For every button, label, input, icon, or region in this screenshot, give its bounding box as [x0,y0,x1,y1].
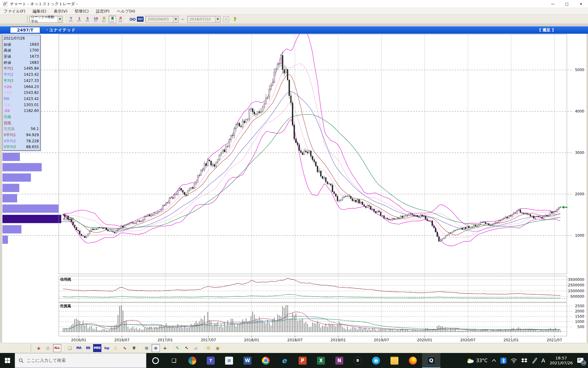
taskbar-app-chrome[interactable] [257,353,275,368]
close-button[interactable]: ✕ [574,0,588,8]
pencil-icon[interactable]: ✎ [173,344,182,352]
zoom-area-icon[interactable]: ⊕ [152,344,160,352]
date-from-input[interactable]: 2002/06/03 ▼ [145,16,179,23]
info-row: V平均388.655 [4,144,39,150]
ma-button[interactable]: MA [75,344,83,352]
menu-file[interactable]: ファイル(F) [0,8,29,14]
wifi-icon[interactable] [509,353,519,368]
all-button[interactable]: ALL [53,344,61,352]
task-view-icon: ❏ [170,357,178,365]
period-button-5[interactable]: 5 [84,16,91,23]
bluetooth-icon[interactable] [498,353,509,368]
period-button-T[interactable]: T [67,16,75,23]
zoom-icon[interactable]: ⊙ [142,344,151,352]
gears-icon[interactable]: ⚙ [204,344,213,352]
toolbar-grip[interactable] [27,16,28,22]
taskbar-app-onenote[interactable]: N [330,353,349,368]
info-row: 平均31427.33 [4,78,39,84]
period-button-月[interactable]: 月 [117,16,124,23]
taskbar-app-photos[interactable] [183,353,202,368]
app-icon [3,2,8,6]
system-tray: 33°C A 18:57 2021/07/26 [464,353,588,368]
mre-button[interactable]: MRE [93,344,101,352]
desktop: チャート - ネットストックトレーダ - — □ ✕ ファイル(F) 編集(E)… [0,0,588,368]
dropbox-icon[interactable] [519,353,530,368]
period-button-日[interactable]: 日 [100,16,108,23]
taskbar-app-teams[interactable]: T [202,353,220,368]
info-row: 終値1683 [4,60,39,66]
period-button-10[interactable]: 10 [92,16,100,23]
info-row: 始値1693 [4,42,39,48]
taskbar-app-powerpoint[interactable]: P [293,353,312,368]
netstock-trader-icon: Q [427,357,435,365]
word-icon: W [243,357,251,365]
taskbar-app-task-view[interactable]: ❏ [165,353,183,368]
taskbar-app-excel[interactable]: X [312,353,330,368]
onenote-icon: N [335,357,343,365]
volume-panel-label: 売買高 [60,304,71,309]
eraser-icon[interactable]: ▱ [192,344,200,352]
yen-icon[interactable]: ¥ [130,344,138,352]
taskbar-search-input[interactable]: ここに入力して検索 [15,353,146,368]
expand-range-icon[interactable]: ◈ [35,344,43,352]
taskbar-clock[interactable]: 18:57 2021/07/26 [547,356,575,366]
cursor-icon[interactable]: ↖ [183,344,191,352]
tray-chevron-icon[interactable] [490,353,498,368]
chevron-down-icon[interactable]: ▼ [215,16,220,22]
minimize-button[interactable]: — [546,0,560,8]
notification-center-icon[interactable]: 10 [575,353,588,368]
compare-icon[interactable] [129,16,136,23]
search-icon [19,358,24,363]
ime-indicator[interactable]: A [539,353,547,368]
crosshair-icon[interactable]: + [161,344,169,352]
taskbar-app-edge[interactable]: e [367,353,385,368]
date-to-input[interactable]: 2018/07/10 ▼ [187,16,221,23]
taskbar-app-netstock-trader[interactable]: Q [422,353,440,368]
shrink-range-icon[interactable]: ◇ [44,344,52,352]
chevron-down-icon[interactable]: ▼ [58,16,62,22]
chart-line-icon[interactable]: ∿ [121,344,129,352]
help-button[interactable]: ? [233,16,236,22]
menu-settings[interactable]: 設定(P) [92,8,113,14]
weather-icon[interactable]: 33°C [464,353,490,368]
period-button-週[interactable]: 週 [109,16,116,23]
powerpoint-icon: P [299,357,307,365]
chart-annotation: 82022 [63,217,74,221]
taskbar-app-firefox[interactable] [404,353,422,368]
chart-canvas[interactable]: 82022 5000400030002000100035000002500000… [0,34,588,343]
menu-help[interactable]: ヘルプ(H) [113,8,139,14]
palette-icon[interactable]: ◉ [213,344,222,352]
taskbar-app-eight-ball[interactable]: 8 [349,353,367,368]
search-placeholder: ここに入力して検索 [27,358,66,363]
margin-panel-label: 信用残 [60,277,71,282]
excel-icon: X [317,357,325,365]
taskbar-app-cortana[interactable] [146,353,165,368]
menu-view[interactable]: 表示(V) [50,8,71,14]
taskbar-app-store[interactable]: ⊞ [220,353,238,368]
menu-switch[interactable]: 切替(C) [71,8,92,14]
period-button-1[interactable]: 1 [76,16,83,23]
price-chart[interactable]: 82022 [0,34,588,343]
toolbar-grip[interactable] [31,345,32,351]
bb-button[interactable]: BB [84,344,92,352]
start-button[interactable] [0,353,15,368]
taskbar-app-file-explorer[interactable] [385,353,404,368]
pen-icon[interactable] [530,353,539,368]
menu-edit[interactable]: 編集(E) [29,8,50,14]
chevron-down-icon[interactable]: ▼ [173,16,178,22]
symbol-code[interactable]: 2497/T [10,27,40,33]
info-row: V平均194.929 [4,132,39,138]
period-icon[interactable]: 期間 [137,16,144,23]
photos-icon [188,357,196,365]
taskbar-app-internet-explorer[interactable]: e [275,353,293,368]
warning-icon[interactable]: ⚠ [111,344,120,352]
apply-range-button[interactable]: ▾ [223,16,229,22]
maximize-button[interactable]: □ [560,0,574,8]
drawing-toolbar: ◈◇ALL❏MABBMRElog⚠∿¥⊙⊕+✎↖▱⚙◉ [0,343,588,353]
taskbar-app-word[interactable]: W [238,353,257,368]
eight-ball-icon: 8 [354,357,362,365]
cascade-windows-icon[interactable]: ❏ [66,344,74,352]
chart-window: 2497/T ・ユナイテッド [ 週足 ] 82022 500040003000… [0,26,588,343]
log-button[interactable]: log [102,344,111,352]
chart-type-select[interactable]: ローソク+移動平均 ▼ [29,16,62,23]
